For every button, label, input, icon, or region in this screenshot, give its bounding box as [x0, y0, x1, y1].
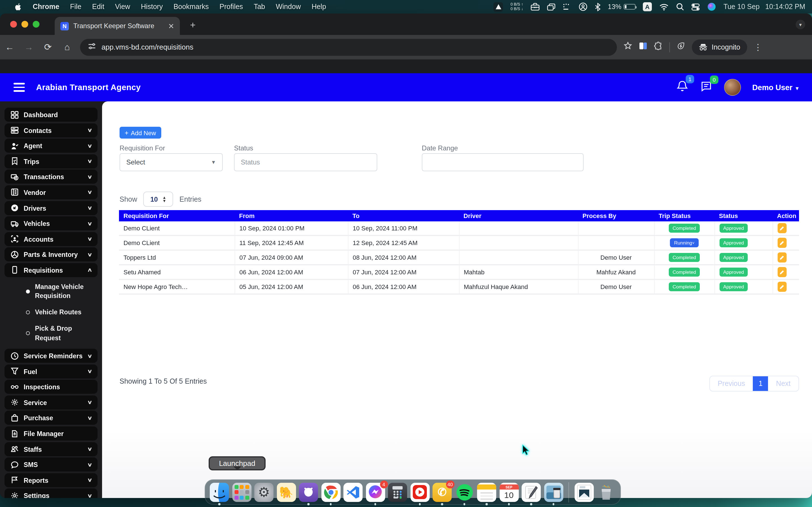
edit-button[interactable]: [777, 252, 786, 263]
edit-button[interactable]: [777, 223, 786, 233]
siri-icon[interactable]: [707, 2, 716, 11]
network-speed[interactable]: 0 B/S ↑0 B/S ↓: [511, 2, 523, 11]
sidebar-item-file-manager[interactable]: File Manager: [4, 427, 98, 441]
dock-icon-youtube[interactable]: [410, 483, 429, 502]
sidebar-item-settings[interactable]: Settings∨: [4, 489, 98, 498]
bookmark-star-icon[interactable]: [624, 42, 632, 52]
launcher-status-icon[interactable]: [494, 2, 503, 11]
browser-tab[interactable]: N Transport Keeper Software ✕: [55, 17, 180, 35]
dock-icon-preview[interactable]: [544, 483, 563, 502]
dock-icon-trash[interactable]: [597, 483, 616, 502]
requisition-for-select[interactable]: Select ▼: [119, 153, 223, 171]
address-bar[interactable]: app.vms-bd.com/requisitions: [80, 39, 617, 55]
menu-file[interactable]: File: [70, 3, 81, 11]
dock-icon-textedit[interactable]: [522, 483, 541, 502]
submenu-item-pick-drop-request[interactable]: Pick & Drop Request: [4, 324, 98, 343]
user-account-icon[interactable]: [578, 2, 588, 11]
screen-mirroring-icon[interactable]: [547, 3, 555, 10]
edit-button[interactable]: [777, 282, 786, 292]
previous-page-button[interactable]: Previous: [710, 376, 753, 391]
dock-icon-spotify[interactable]: [455, 483, 474, 502]
sidebar-item-service-reminders[interactable]: Service Reminders∨: [4, 349, 98, 363]
add-new-button[interactable]: + Add New: [119, 127, 161, 138]
menu-view[interactable]: View: [115, 3, 130, 11]
dock-icon-vscode[interactable]: [343, 483, 363, 502]
entries-per-page-select[interactable]: 10 ▲▼: [144, 191, 173, 207]
close-window-button[interactable]: [10, 21, 17, 27]
sidebar-item-drivers[interactable]: Drivers∨: [4, 201, 98, 215]
dock-icon-settings[interactable]: ⚙: [254, 483, 273, 502]
home-button[interactable]: ⌂: [57, 42, 77, 52]
stage-manager-icon[interactable]: [563, 3, 571, 10]
toolbox-icon[interactable]: [530, 3, 540, 11]
menu-bookmarks[interactable]: Bookmarks: [173, 3, 209, 11]
hamburger-menu-icon[interactable]: [13, 83, 25, 92]
extensions-icon[interactable]: [654, 42, 663, 52]
menu-tab[interactable]: Tab: [254, 3, 265, 11]
sidebar-item-transactions[interactable]: $Transactions∨: [4, 170, 98, 184]
menubar-clock[interactable]: Tue 10 Sep10:14:02 PM: [723, 3, 805, 11]
dock-icon-launchpad[interactable]: [232, 483, 251, 502]
dock-icon-github[interactable]: [299, 483, 318, 502]
sidebar-item-fuel[interactable]: Fuel∨: [4, 364, 98, 378]
menu-profiles[interactable]: Profiles: [220, 3, 243, 11]
menu-chrome[interactable]: Chrome: [33, 3, 59, 11]
user-menu[interactable]: Demo User ▼: [752, 83, 800, 92]
browser-menu-icon[interactable]: ⋮: [754, 42, 762, 52]
input-source-icon[interactable]: A: [643, 2, 652, 11]
dock-icon-messenger[interactable]: 4: [366, 483, 385, 502]
user-avatar[interactable]: [724, 79, 741, 96]
tab-search-button[interactable]: ▾: [796, 20, 805, 29]
sidebar-item-staffs[interactable]: Staffs∨: [4, 442, 98, 456]
messages-button[interactable]: 0: [700, 80, 713, 95]
sidebar-item-reports[interactable]: Reports∨: [4, 473, 98, 487]
submenu-item-manage-vehicle-requisition[interactable]: Manage Vehicle Requisition: [4, 282, 98, 301]
brand-title[interactable]: Arabian Transport Agency: [36, 83, 141, 92]
sidebar-item-sms[interactable]: SMS∨: [4, 458, 98, 472]
zoom-window-button[interactable]: [33, 21, 40, 27]
sidebar-item-trips[interactable]: Trips∨: [4, 154, 98, 168]
apple-icon[interactable]: [15, 3, 22, 11]
dock-icon-postgres[interactable]: 🐘: [276, 483, 296, 502]
back-button[interactable]: ←: [0, 42, 19, 52]
wifi-icon[interactable]: [659, 3, 669, 10]
sidebar-item-requisitions[interactable]: Requisitions∧: [4, 263, 98, 277]
menu-history[interactable]: History: [141, 3, 163, 11]
sidebar-item-vehicles[interactable]: Vehicles∨: [4, 216, 98, 230]
edit-button[interactable]: [777, 267, 786, 277]
incognito-indicator[interactable]: Incognito: [692, 39, 747, 55]
control-center-icon[interactable]: [691, 3, 700, 10]
current-page-button[interactable]: 1: [753, 376, 768, 391]
menu-edit[interactable]: Edit: [92, 3, 104, 11]
bluetooth-icon[interactable]: [595, 3, 601, 11]
status-input[interactable]: Status: [234, 153, 377, 171]
sidebar-item-inspections[interactable]: Inspections: [4, 380, 98, 394]
sidebar-item-vendor[interactable]: Vendor∨: [4, 185, 98, 200]
sidebar-item-contacts[interactable]: Contacts∨: [4, 123, 98, 137]
dock-icon-downloads[interactable]: [574, 483, 594, 502]
submenu-item-vehicle-routes[interactable]: Vehicle Routes: [4, 307, 98, 317]
menu-help[interactable]: Help: [312, 3, 326, 11]
forward-button[interactable]: →: [19, 42, 38, 52]
sidebar-item-dashboard[interactable]: Dashboard: [4, 108, 98, 122]
sidebar-item-purchase[interactable]: Purchase∨: [4, 411, 98, 425]
reload-button[interactable]: ⟳: [38, 42, 57, 52]
dock-icon-calendar[interactable]: SEP10: [499, 483, 518, 502]
dock-icon-chrome[interactable]: [321, 483, 340, 502]
dock-icon-calculator[interactable]: [388, 483, 407, 502]
new-tab-button[interactable]: +: [190, 20, 196, 30]
notifications-button[interactable]: 1: [676, 79, 689, 95]
sidebar-item-parts-inventory[interactable]: Parts & Inventory∨: [4, 247, 98, 262]
sidebar-item-service[interactable]: Service∨: [4, 395, 98, 409]
menu-window[interactable]: Window: [276, 3, 301, 11]
next-page-button[interactable]: Next: [768, 376, 799, 391]
sidebar-item-accounts[interactable]: Accounts∨: [4, 232, 98, 246]
date-range-input[interactable]: [422, 153, 583, 171]
side-panel-icon[interactable]: [639, 42, 647, 52]
sidebar-item-agent[interactable]: Agent∨: [4, 138, 98, 153]
site-settings-icon[interactable]: [88, 42, 96, 52]
tab-close-icon[interactable]: ✕: [168, 22, 174, 30]
dock-icon-notes[interactable]: [477, 483, 496, 502]
energy-saver-icon[interactable]: [677, 42, 685, 52]
dock-icon-whatsapp[interactable]: ✆40: [433, 483, 452, 502]
